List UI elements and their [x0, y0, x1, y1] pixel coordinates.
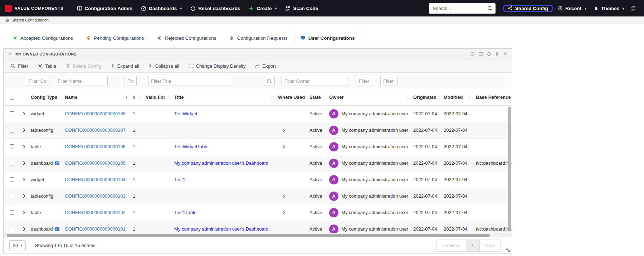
nav-item-create[interactable]: Create▾ — [244, 0, 281, 16]
filter-input-8[interactable] — [380, 76, 397, 86]
state-cell: Active — [309, 210, 322, 215]
modified-cell: 2022-07-04 — [444, 226, 468, 232]
expand-row-icon[interactable] — [22, 161, 26, 165]
nav-item-scan-code[interactable]: Scan Code — [281, 0, 322, 16]
row-checkbox[interactable] — [10, 128, 14, 132]
config-name-link[interactable]: CONFIG:0000000000000104 — [65, 177, 126, 182]
nav-item-shared-config[interactable]: Shared Config — [503, 5, 553, 12]
column-header-name[interactable]: Name — [65, 89, 133, 105]
toolbar-table-button[interactable]: Table — [33, 63, 61, 69]
home-icon[interactable] — [5, 18, 9, 22]
horizontal-scrollbar-track — [4, 233, 512, 237]
config-name-link[interactable]: CONFIG:0000000000000107 — [65, 127, 126, 133]
expand-row-icon[interactable] — [22, 211, 26, 214]
config-title-link[interactable]: TestWidget — [174, 111, 197, 116]
column-header-valid-for[interactable]: Valid For — [146, 89, 174, 105]
owner-cell: My company administration user — [341, 144, 408, 149]
filter-input-6[interactable] — [282, 76, 347, 86]
tab-accepted-configurations[interactable]: Accepted Configurations — [6, 31, 79, 45]
expand-row-icon[interactable] — [22, 178, 26, 182]
column-header-label: Base Reference — [476, 95, 511, 100]
row-checkbox[interactable] — [10, 111, 14, 116]
tab-user-configurations[interactable]: User Configurations — [294, 31, 361, 45]
row-checkbox[interactable] — [10, 144, 14, 149]
tab-label: Rejected Configurations — [165, 35, 216, 41]
filter-input-4[interactable] — [148, 76, 231, 86]
where-used-expand-icon[interactable] — [282, 128, 286, 132]
window-icon[interactable] — [478, 52, 483, 56]
filter-input-3[interactable] — [125, 76, 137, 86]
column-header-originated[interactable]: Originated — [413, 89, 444, 105]
column-header-config-type[interactable]: Config Type — [31, 89, 65, 105]
refresh-icon[interactable] — [470, 52, 475, 56]
expand-row-icon[interactable] — [22, 112, 26, 116]
column-header-title[interactable]: Title — [174, 89, 278, 105]
nav-item-reset-dashboards[interactable]: Reset dashboards — [186, 0, 244, 16]
revision-cell: 1 — [133, 210, 135, 215]
column-header-state[interactable]: State — [309, 89, 329, 105]
row-checkbox[interactable] — [10, 227, 14, 231]
previous-page-button[interactable]: Previous — [437, 240, 466, 251]
nav-item-dashboards[interactable]: Dashboards▾ — [137, 0, 186, 16]
select-all-checkbox[interactable] — [10, 95, 14, 100]
column-header-[interactable]: # — [133, 89, 146, 105]
undo-icon[interactable] — [487, 52, 491, 56]
nav-item-themes[interactable]: Themes▾ — [590, 0, 628, 16]
page-size-select[interactable]: 20 ▾ — [9, 240, 26, 251]
config-name-link[interactable]: CONFIG:0000000000000101 — [65, 226, 126, 232]
config-name-link[interactable]: CONFIG:0000000000000103 — [65, 193, 126, 199]
collapse-panel-icon[interactable] — [8, 52, 12, 56]
config-name-link[interactable]: CONFIG:0000000000000108 — [65, 111, 126, 116]
gear-icon — [157, 35, 162, 40]
expand-row-icon[interactable] — [22, 194, 26, 198]
search-input[interactable] — [429, 3, 496, 14]
sync-button[interactable] — [628, 0, 639, 16]
toolbar-expand-all-button[interactable]: Expand all — [106, 63, 144, 69]
tab-pending-configurations[interactable]: Pending Configurations — [79, 31, 150, 45]
config-name-link[interactable]: CONFIG:0000000000000102 — [65, 210, 126, 215]
row-checkbox[interactable] — [10, 194, 14, 198]
filter-input-7[interactable] — [356, 76, 374, 86]
config-name-link[interactable]: CONFIG:0000000000000106 — [65, 144, 126, 149]
brand-logo[interactable]: VALUE COMPONENTS — [5, 5, 64, 12]
expand-row-icon[interactable] — [22, 128, 26, 132]
toolbar-change-display-density-button[interactable]: Change Display Density — [184, 63, 250, 69]
row-checkbox[interactable] — [10, 177, 14, 182]
horizontal-scrollbar-thumb[interactable] — [7, 234, 490, 237]
row-checkbox[interactable] — [10, 210, 14, 215]
toolbar-export-button[interactable]: Export — [250, 63, 280, 69]
config-title-link[interactable]: Test1 — [174, 177, 185, 182]
resize-handle-icon[interactable] — [506, 248, 511, 253]
close-icon[interactable] — [503, 52, 508, 56]
toolbar-collapse-all-button[interactable]: Collapse all — [143, 63, 184, 69]
filter-input-5[interactable] — [264, 76, 275, 86]
originated-cell: 2022-07-04 — [413, 226, 437, 232]
config-title-link[interactable]: My company administration user's Dashboa… — [174, 226, 268, 232]
where-used-expand-icon[interactable] — [282, 145, 286, 149]
column-header-modified[interactable]: Modified — [444, 89, 476, 105]
next-page-button[interactable]: Next — [480, 240, 500, 251]
filter-input-1[interactable] — [26, 76, 49, 86]
breadcrumb-label[interactable]: Shared Configuration — [11, 18, 49, 22]
config-name-link[interactable]: CONFIG:0000000000000105 — [65, 160, 126, 166]
tab-rejected-configurations[interactable]: Rejected Configurations — [150, 31, 223, 45]
expand-row-icon[interactable] — [22, 227, 26, 231]
vertical-scrollbar[interactable] — [508, 107, 511, 230]
search-icon — [487, 6, 493, 11]
expand-row-icon[interactable] — [22, 145, 26, 149]
column-header-label: State — [309, 95, 321, 100]
nav-item-recent[interactable]: Recent▾ — [554, 0, 590, 16]
current-page-button[interactable]: 1 — [466, 240, 480, 251]
config-title-link[interactable]: TestWidgetTable — [174, 144, 208, 149]
filter-input-2[interactable] — [55, 76, 108, 86]
where-used-expand-icon[interactable] — [282, 194, 286, 198]
where-used-expand-icon[interactable] — [282, 211, 286, 215]
row-checkbox[interactable] — [10, 161, 14, 165]
tab-configuration-requests[interactable]: Configuration Requests — [223, 31, 294, 45]
config-title-link[interactable]: My company administration user's Dashboa… — [174, 160, 268, 166]
config-title-link[interactable]: Test1Table — [174, 210, 196, 215]
column-header-owner[interactable]: Owner — [329, 89, 413, 105]
lock-icon[interactable] — [495, 52, 499, 56]
toolbar-filter-button[interactable]: Filter — [6, 63, 33, 69]
nav-item-configuration-admin[interactable]: Configuration Admin — [73, 0, 137, 16]
